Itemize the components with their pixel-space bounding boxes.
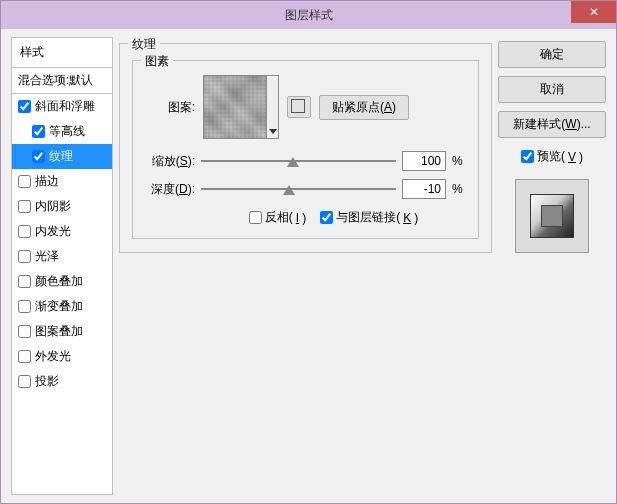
style-checkbox[interactable]: [18, 375, 31, 388]
cancel-button[interactable]: 取消: [498, 76, 606, 103]
depth-label: 深度(D):: [145, 181, 195, 198]
style-checkbox[interactable]: [18, 300, 31, 313]
style-item-1[interactable]: 等高线: [12, 119, 112, 144]
new-style-button[interactable]: 新建样式(W)...: [498, 111, 606, 138]
texture-legend: 纹理: [128, 36, 160, 53]
bevel-preview-icon: [530, 194, 574, 238]
scale-input[interactable]: [402, 151, 446, 171]
chevron-down-icon: [269, 129, 277, 134]
settings-panel: 纹理 图素 图案: 贴紧原点(A) 缩放(S):: [119, 37, 492, 495]
pattern-swatch[interactable]: [203, 75, 267, 139]
style-checkbox[interactable]: [18, 275, 31, 288]
depth-slider[interactable]: [201, 181, 396, 197]
style-item-6[interactable]: 光泽: [12, 244, 112, 269]
style-label: 纹理: [49, 148, 73, 165]
style-item-4[interactable]: 内阴影: [12, 194, 112, 219]
style-item-2[interactable]: 纹理: [12, 144, 112, 169]
preview-thumbnail: [515, 179, 589, 253]
style-label: 描边: [35, 173, 59, 190]
style-label: 图案叠加: [35, 323, 83, 340]
invert-checkbox[interactable]: 反相(I): [249, 209, 306, 226]
style-label: 内发光: [35, 223, 71, 240]
pattern-group: 图素 图案: 贴紧原点(A) 缩放(S): %: [132, 60, 479, 239]
texture-group: 纹理 图素 图案: 贴紧原点(A) 缩放(S):: [119, 43, 492, 253]
layer-style-dialog: 图层样式 ✕ 样式 混合选项:默认 斜面和浮雕等高线纹理描边内阴影内发光光泽颜色…: [0, 0, 617, 504]
style-item-11[interactable]: 投影: [12, 369, 112, 394]
style-item-5[interactable]: 内发光: [12, 219, 112, 244]
style-item-8[interactable]: 渐变叠加: [12, 294, 112, 319]
style-item-0[interactable]: 斜面和浮雕: [12, 94, 112, 119]
slider-thumb[interactable]: [287, 155, 299, 167]
blending-options-item[interactable]: 混合选项:默认: [12, 68, 112, 94]
style-checkbox[interactable]: [32, 125, 45, 138]
style-label: 渐变叠加: [35, 298, 83, 315]
style-label: 内阴影: [35, 198, 71, 215]
scale-label: 缩放(S):: [145, 153, 195, 170]
style-item-10[interactable]: 外发光: [12, 344, 112, 369]
style-label: 斜面和浮雕: [35, 98, 95, 115]
pattern-dropdown[interactable]: [267, 75, 279, 139]
style-item-7[interactable]: 颜色叠加: [12, 269, 112, 294]
preview-checkbox[interactable]: 预览(V): [498, 148, 606, 165]
style-label: 光泽: [35, 248, 59, 265]
right-panel: 确定 取消 新建样式(W)... 预览(V): [498, 37, 606, 495]
link-layer-checkbox[interactable]: 与图层链接(K): [320, 209, 418, 226]
new-preset-icon: [293, 101, 305, 113]
style-checkbox[interactable]: [18, 250, 31, 263]
style-label: 外发光: [35, 348, 71, 365]
new-preset-button[interactable]: [287, 96, 311, 118]
titlebar[interactable]: 图层样式 ✕: [1, 1, 616, 29]
depth-input[interactable]: [402, 179, 446, 199]
style-checkbox[interactable]: [18, 350, 31, 363]
styles-header: 样式: [12, 38, 112, 68]
scale-slider[interactable]: [201, 153, 396, 169]
style-checkbox[interactable]: [32, 150, 45, 163]
scale-row: 缩放(S): %: [145, 151, 466, 171]
style-item-3[interactable]: 描边: [12, 169, 112, 194]
scale-unit: %: [452, 154, 466, 168]
style-checkbox[interactable]: [18, 225, 31, 238]
style-checkbox[interactable]: [18, 100, 31, 113]
styles-list: 样式 混合选项:默认 斜面和浮雕等高线纹理描边内阴影内发光光泽颜色叠加渐变叠加图…: [11, 37, 113, 495]
close-button[interactable]: ✕: [571, 1, 616, 23]
style-label: 投影: [35, 373, 59, 390]
ok-button[interactable]: 确定: [498, 41, 606, 68]
close-icon: ✕: [589, 5, 599, 19]
style-checkbox[interactable]: [18, 325, 31, 338]
window-title: 图层样式: [1, 7, 616, 24]
style-label: 等高线: [49, 123, 85, 140]
pattern-legend: 图素: [141, 53, 173, 70]
pattern-label: 图案:: [145, 99, 195, 116]
snap-origin-button[interactable]: 贴紧原点(A): [319, 95, 409, 120]
slider-thumb[interactable]: [283, 183, 295, 195]
style-checkbox[interactable]: [18, 175, 31, 188]
style-item-9[interactable]: 图案叠加: [12, 319, 112, 344]
depth-row: 深度(D): %: [145, 179, 466, 199]
style-checkbox[interactable]: [18, 200, 31, 213]
depth-unit: %: [452, 182, 466, 196]
style-label: 颜色叠加: [35, 273, 83, 290]
